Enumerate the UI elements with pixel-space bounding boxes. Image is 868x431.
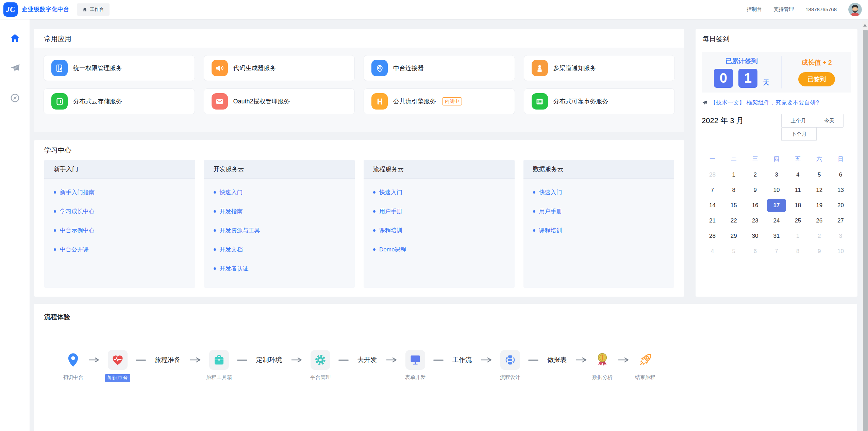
sidebar-item-send[interactable]	[9, 62, 21, 74]
calendar-day[interactable]: 26	[810, 214, 829, 228]
calendar-day[interactable]: 3	[831, 229, 850, 243]
app-card-5[interactable]: 分布式云存储服务	[44, 88, 195, 114]
calendar-day[interactable]: 4	[788, 168, 807, 182]
calendar-day[interactable]: 13	[831, 183, 850, 197]
flow-step-text: 去开发	[357, 355, 377, 364]
flow-node-location-pin[interactable]: 初识中台	[66, 350, 80, 370]
learning-center-title: 学习中心	[34, 140, 684, 160]
sidebar-item-discover[interactable]	[9, 92, 21, 104]
calendar-day[interactable]: 1	[788, 229, 807, 243]
calendar-day[interactable]: 24	[767, 214, 786, 228]
learning-link-label: 中台示例中心	[60, 227, 95, 234]
calendar-day[interactable]: 8	[724, 183, 743, 197]
user-avatar[interactable]	[848, 3, 862, 16]
calendar-day[interactable]: 19	[810, 199, 829, 212]
calendar-day[interactable]: 27	[831, 214, 850, 228]
calendar-day[interactable]: 6	[746, 245, 765, 258]
learning-link[interactable]: 快速入门	[373, 189, 505, 196]
learning-link[interactable]: 开发文档	[214, 246, 346, 253]
calendar-day[interactable]: 2	[746, 168, 765, 182]
learning-link-label: 新手入门指南	[60, 188, 95, 196]
flow-node-rocket[interactable]: 结束旅程	[637, 350, 653, 370]
calendar-day[interactable]: 23	[746, 214, 765, 228]
flow-node-heart-pulse[interactable]: 初识中台	[108, 350, 128, 370]
calendar-day[interactable]: 9	[810, 245, 829, 258]
learning-link[interactable]: 课程培训	[373, 227, 505, 234]
app-card-8[interactable]: 分布式可靠事务服务	[524, 88, 675, 114]
learning-link[interactable]: 快速入门	[533, 189, 665, 196]
sidebar-item-home[interactable]	[9, 32, 21, 44]
learning-link-label: 用户手册	[379, 208, 402, 215]
scroll-up-arrow-icon[interactable]	[863, 24, 867, 27]
nav-console[interactable]: 控制台	[747, 6, 762, 13]
next-month-button[interactable]: 下个月	[781, 127, 817, 141]
learning-link[interactable]: 快速入门	[214, 189, 346, 196]
flow-node-flowchart[interactable]: 流程设计	[500, 350, 520, 370]
flow-node-gear[interactable]: 平台管理	[311, 350, 330, 370]
signed-in-button[interactable]: 已签到	[798, 72, 835, 86]
calendar-day[interactable]: 28	[703, 168, 722, 182]
calendar-day-selected[interactable]: 17	[767, 199, 786, 212]
calendar-day[interactable]: 6	[831, 168, 850, 182]
calendar-day[interactable]: 1	[724, 168, 743, 182]
checkin-digit-ones: 1	[738, 69, 757, 88]
learning-link[interactable]: 开发指南	[214, 208, 346, 215]
calendar-day[interactable]: 21	[703, 214, 722, 228]
app-card-4[interactable]: 多渠道通知服务	[524, 55, 675, 81]
learning-link[interactable]: 用户手册	[533, 208, 665, 215]
learning-link[interactable]: 新手入门指南	[54, 189, 186, 196]
learning-link[interactable]: 中台示例中心	[54, 227, 186, 234]
calendar-day[interactable]: 16	[746, 199, 765, 212]
calendar-day[interactable]: 25	[788, 214, 807, 228]
calendar-day[interactable]: 31	[767, 229, 786, 243]
checkin-digit-tens: 0	[714, 69, 733, 88]
connector-dash	[237, 360, 247, 361]
calendar-day[interactable]: 15	[724, 199, 743, 212]
learning-link[interactable]: Demo课程	[373, 246, 505, 253]
calendar-day[interactable]: 3	[767, 168, 786, 182]
calendar-day[interactable]: 22	[724, 214, 743, 228]
scrollbar-thumb[interactable]	[863, 30, 868, 431]
flow-node-medal[interactable]: 数据分析	[595, 350, 610, 370]
calendar-day[interactable]: 20	[831, 199, 850, 212]
nav-support[interactable]: 支持管理	[773, 6, 794, 13]
app-card-2[interactable]: 代码生成器服务	[204, 55, 355, 81]
calendar-day[interactable]: 5	[724, 245, 743, 258]
calendar-day[interactable]: 10	[767, 183, 786, 197]
calendar-day[interactable]: 5	[810, 168, 829, 182]
app-card-1[interactable]: 统一权限管理服务	[44, 55, 195, 81]
flow-node-briefcase[interactable]: 旅程工具箱	[209, 350, 229, 370]
calendar-day[interactable]: 10	[831, 245, 850, 258]
today-button[interactable]: 今天	[815, 114, 844, 128]
tab-workbench[interactable]: 工作台	[77, 3, 110, 16]
learning-link[interactable]: 开发者认证	[214, 265, 346, 272]
learning-link[interactable]: 课程培训	[533, 227, 665, 234]
app-card-6[interactable]: Oauth2授权管理服务	[204, 88, 355, 114]
calendar-day[interactable]: 9	[746, 183, 765, 197]
calendar-day[interactable]: 7	[703, 183, 722, 197]
calendar-day[interactable]: 12	[810, 183, 829, 197]
calendar-day[interactable]: 18	[788, 199, 807, 212]
prev-month-button[interactable]: 上个月	[781, 114, 815, 128]
calendar-day[interactable]: 29	[724, 229, 743, 243]
flow-node-monitor[interactable]: 表单开发	[405, 350, 425, 370]
learning-link[interactable]: 用户手册	[373, 208, 505, 215]
learning-link[interactable]: 学习成长中心	[54, 208, 186, 215]
app-card-7[interactable]: 公共流引擎服务 内测中	[364, 88, 515, 114]
learning-link[interactable]: 开发资源与工具	[214, 227, 346, 234]
calendar-day[interactable]: 7	[767, 245, 786, 258]
calendar-day[interactable]: 30	[746, 229, 765, 243]
calendar-day[interactable]: 2	[810, 229, 829, 243]
app-card-3[interactable]: 中台连接器	[364, 55, 515, 81]
calendar-day[interactable]: 11	[788, 183, 807, 197]
common-apps-section: 常用应用 统一权限管理服务 代码生成器服务 中台连接器 多渠道通知服务 分布式云…	[34, 29, 684, 132]
calendar-day[interactable]: 4	[703, 245, 722, 258]
calendar-day[interactable]: 14	[703, 199, 722, 212]
learning-link[interactable]: 中台公开课	[54, 246, 186, 253]
brand-logo[interactable]: JC	[3, 2, 18, 17]
tech-article-link[interactable]: 【技术一文】 框架组件，究竟要不要自研?	[702, 99, 851, 106]
bullet-dot-icon	[54, 210, 56, 213]
calendar-day[interactable]: 8	[788, 245, 807, 258]
calendar-day[interactable]: 28	[703, 229, 722, 243]
scrollbar[interactable]	[862, 21, 868, 431]
